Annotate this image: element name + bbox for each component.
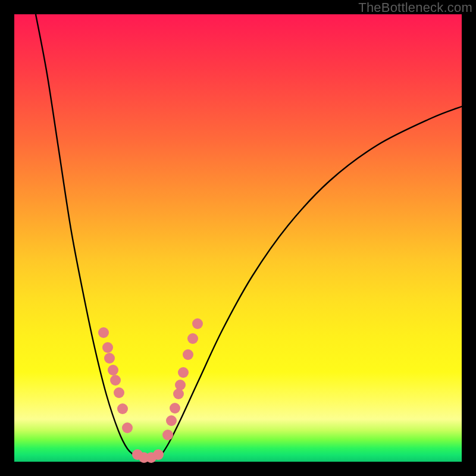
marker-dot	[153, 449, 164, 460]
marker-dot	[166, 415, 177, 426]
marker-dot	[114, 387, 124, 398]
watermark-text: TheBottleneck.com	[358, 0, 472, 15]
bottleneck-curve-svg	[14, 14, 462, 462]
marker-dots-group	[98, 318, 203, 463]
marker-dot	[162, 430, 173, 440]
chart-plot-area	[14, 14, 462, 462]
marker-dot	[98, 327, 109, 338]
marker-dot	[117, 403, 128, 414]
marker-dot	[175, 380, 186, 390]
marker-dot	[192, 318, 203, 329]
marker-dot	[102, 342, 113, 353]
marker-dot	[108, 365, 118, 375]
marker-dot	[173, 389, 184, 399]
marker-dot	[178, 367, 189, 378]
bottleneck-curve-path	[36, 14, 462, 459]
marker-dot	[170, 403, 180, 414]
marker-dot	[104, 353, 115, 364]
marker-dot	[187, 333, 198, 344]
marker-dot	[110, 375, 121, 386]
marker-dot	[122, 422, 133, 433]
marker-dot	[183, 349, 193, 360]
